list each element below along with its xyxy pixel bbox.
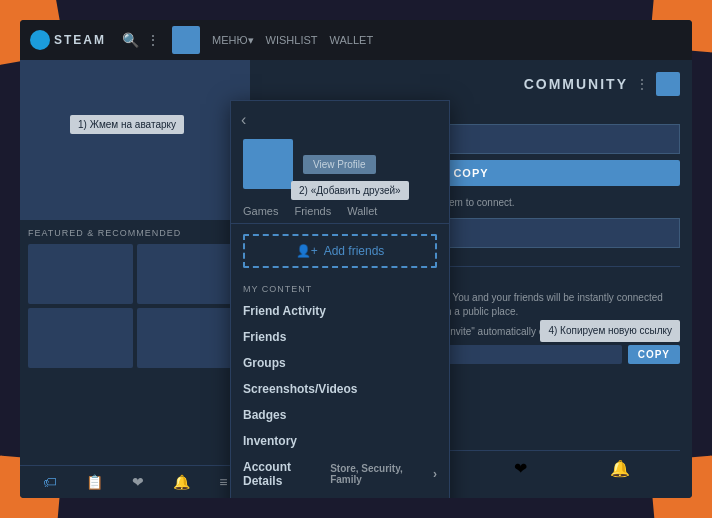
- nav-icon-menu[interactable]: ≡: [219, 474, 227, 490]
- featured-item-2: [137, 244, 242, 304]
- header-avatar[interactable]: [172, 26, 200, 54]
- menu-item-screenshots[interactable]: Screenshots/Videos: [243, 376, 437, 402]
- content-area: 1) Жмем на аватарку FEATURED & RECOMMEND…: [20, 60, 692, 498]
- mini-tab-games[interactable]: Games: [243, 199, 278, 223]
- add-friends-label: Add friends: [324, 244, 385, 258]
- main-container: STEAM 🔍 ⋮ МЕНЮ▾ WISHLIST WALLET 1) Жмем …: [20, 20, 692, 498]
- featured-section: FEATURED & RECOMMENDED: [20, 220, 250, 376]
- steam-header: STEAM 🔍 ⋮ МЕНЮ▾ WISHLIST WALLET: [20, 20, 692, 60]
- nav-icon-list[interactable]: 📋: [86, 474, 103, 490]
- nav-tab-menu[interactable]: МЕНЮ▾: [212, 34, 254, 47]
- menu-item-account[interactable]: Account Details Store, Security, Family: [243, 454, 437, 494]
- nav-icon-bell[interactable]: 🔔: [173, 474, 190, 490]
- community-header: COMMUNITY ⋮: [262, 72, 680, 96]
- featured-item-4: [137, 308, 242, 368]
- my-content-label: MY CONTENT: [231, 278, 449, 298]
- menu-items: Friend Activity Friends Groups Screensho…: [231, 298, 449, 498]
- mini-tab-wallet[interactable]: Wallet: [347, 199, 377, 223]
- menu-item-groups[interactable]: Groups: [243, 350, 437, 376]
- steam-logo-icon: [30, 30, 50, 50]
- tooltip-4: 4) Копируем новую ссылку: [540, 320, 680, 342]
- copy-link-button[interactable]: COPY: [628, 345, 680, 364]
- left-bottom-nav: 🏷 📋 ❤ 🔔 ≡: [20, 465, 250, 498]
- tooltip-1: 1) Жмем на аватарку: [70, 115, 184, 134]
- add-friends-icon: 👤+: [296, 244, 318, 258]
- left-hero: 1) Жмем на аватарку: [20, 60, 250, 220]
- menu-item-friend-activity[interactable]: Friend Activity: [243, 298, 437, 324]
- featured-item-3: [28, 308, 133, 368]
- mini-tab-friends[interactable]: Friends: [294, 199, 331, 223]
- menu-item-account-label: Account Details: [243, 460, 330, 488]
- nav-tab-wishlist[interactable]: WISHLIST: [266, 34, 318, 47]
- profile-avatar[interactable]: [243, 139, 293, 189]
- nav-icon-heart[interactable]: ❤: [132, 474, 144, 490]
- back-arrow[interactable]: ‹: [231, 101, 449, 139]
- nav-tabs: МЕНЮ▾ WISHLIST WALLET: [212, 34, 373, 47]
- featured-grid: [28, 244, 242, 368]
- middle-panel: ‹ View Profile 2) «Добавить друзей» Game…: [230, 100, 450, 498]
- mini-tabs: Games Friends Wallet: [231, 199, 449, 224]
- nav-icon-tag[interactable]: 🏷: [43, 474, 57, 490]
- rnav-bell-icon[interactable]: 🔔: [610, 459, 630, 478]
- menu-item-inventory[interactable]: Inventory: [243, 428, 437, 454]
- menu-item-friends[interactable]: Friends: [243, 324, 437, 350]
- nav-tab-wallet[interactable]: WALLET: [330, 34, 374, 47]
- featured-item-1: [28, 244, 133, 304]
- community-avatar[interactable]: [656, 72, 680, 96]
- steam-logo: STEAM: [30, 30, 106, 50]
- featured-label: FEATURED & RECOMMENDED: [28, 228, 242, 238]
- community-dots-icon[interactable]: ⋮: [636, 77, 648, 91]
- header-dots-icon[interactable]: ⋮: [146, 32, 160, 48]
- menu-item-badges[interactable]: Badges: [243, 402, 437, 428]
- rnav-heart-icon[interactable]: ❤: [514, 459, 527, 478]
- community-title: COMMUNITY: [524, 76, 628, 92]
- view-profile-button[interactable]: View Profile: [303, 155, 376, 174]
- left-panel: 1) Жмем на аватарку FEATURED & RECOMMEND…: [20, 60, 250, 498]
- add-friends-button[interactable]: 👤+ Add friends: [243, 234, 437, 268]
- menu-item-change-account[interactable]: Change Account: [243, 494, 437, 498]
- back-arrow-icon: ‹: [241, 111, 246, 129]
- steam-logo-text: STEAM: [54, 33, 106, 47]
- tooltip-2: 2) «Добавить друзей»: [291, 181, 409, 200]
- menu-item-account-sub: Store, Security, Family: [330, 463, 433, 485]
- search-icon[interactable]: 🔍: [122, 32, 138, 48]
